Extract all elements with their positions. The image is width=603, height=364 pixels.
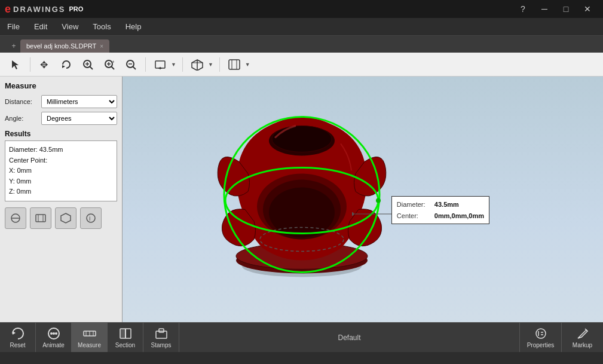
markup-label: Markup — [573, 342, 592, 348]
svg-text:i: i — [89, 215, 90, 222]
angle-row: Angle: Degrees — [5, 112, 117, 125]
svg-point-49 — [50, 332, 53, 335]
measure-tooltip: Diameter: 43.5mm Center: 0mm,0mm,0mm — [391, 196, 489, 224]
tooltip-diameter-value: 43.5mm — [434, 199, 459, 210]
properties-label: Properties — [527, 342, 555, 348]
menu-help[interactable]: Help — [118, 18, 149, 35]
zoom-out-button[interactable] — [121, 55, 140, 74]
new-tab-button[interactable]: + — [7, 39, 20, 53]
measure-panel: Measure Distance: Millimeters Angle: Deg… — [0, 77, 123, 322]
menubar: File Edit View Tools Help — [0, 18, 603, 36]
svg-point-37 — [269, 187, 335, 237]
display-mode-group[interactable]: ▼ — [151, 55, 177, 74]
results-box: Diameter: 43.5mm Center Point: X: 0mm Y:… — [5, 140, 117, 201]
status-bar: Default — [179, 323, 519, 352]
result-line1: Diameter: 43.5mm — [9, 145, 113, 155]
config-arrow[interactable]: ▼ — [244, 62, 252, 68]
tooltip-diameter-label: Diameter: — [397, 199, 430, 210]
section-button[interactable]: Section — [108, 323, 143, 352]
viewport[interactable]: Measure Distance: Millimeters Angle: Deg… — [0, 77, 603, 322]
svg-marker-29 — [61, 213, 71, 223]
tab-label: bevel adj knob.SLDPRT — [26, 42, 96, 50]
panel-icons: i — [5, 207, 117, 229]
svg-point-51 — [55, 332, 57, 335]
titlebar: e DRAWINGS PRO ? ─ □ ✕ — [0, 0, 603, 18]
measure-button[interactable]: Measure — [72, 323, 108, 352]
svg-rect-26 — [36, 215, 45, 222]
display-mode-arrow[interactable]: ▼ — [170, 62, 177, 68]
svg-rect-21 — [229, 60, 240, 69]
panel-icon-4[interactable]: i — [80, 207, 102, 229]
menu-view[interactable]: View — [54, 18, 85, 35]
tooltip-center-row: Center: 0mm,0mm,0mm — [397, 210, 484, 222]
main-area: Measure Distance: Millimeters Angle: Deg… — [0, 77, 603, 352]
menu-edit[interactable]: Edit — [27, 18, 54, 35]
help-button[interactable]: ? — [512, 0, 534, 18]
close-button[interactable]: ✕ — [577, 0, 598, 18]
measure-title: Measure — [5, 81, 117, 90]
svg-rect-58 — [120, 329, 126, 338]
svg-point-46 — [352, 212, 354, 216]
svg-rect-60 — [159, 329, 164, 332]
titlebar-left: e DRAWINGS PRO — [5, 3, 83, 16]
panel-icon-2[interactable] — [30, 207, 51, 229]
svg-line-8 — [111, 66, 114, 69]
tab-bevel-knob[interactable]: bevel adj knob.SLDPRT × — [20, 39, 109, 53]
animate-label: Animate — [42, 342, 65, 348]
svg-marker-0 — [12, 60, 19, 69]
markup-button[interactable]: Markup — [561, 323, 603, 352]
stamps-button[interactable]: Stamps — [143, 323, 179, 352]
minimize-button[interactable]: ─ — [534, 0, 555, 18]
toolbar-separator-4 — [219, 57, 220, 72]
stamps-label: Stamps — [151, 342, 172, 348]
panel-icon-3[interactable] — [55, 207, 76, 229]
pan-tool-button[interactable]: ✥ — [35, 55, 54, 74]
config-group[interactable]: ▼ — [225, 55, 252, 74]
3d-knob — [197, 90, 406, 301]
svg-marker-47 — [13, 331, 16, 335]
select-tool-button[interactable] — [6, 55, 25, 74]
svg-marker-2 — [62, 65, 65, 68]
rotate-tool-button[interactable] — [57, 55, 76, 74]
svg-point-30 — [87, 214, 95, 222]
app-logo: e DRAWINGS PRO — [5, 3, 83, 16]
angle-label: Angle: — [5, 115, 38, 122]
tab-close-button[interactable]: × — [100, 43, 103, 50]
svg-point-44 — [376, 198, 381, 203]
animate-button[interactable]: Animate — [36, 323, 72, 352]
result-line4: Y: 0mm — [9, 176, 113, 187]
svg-line-4 — [90, 66, 93, 69]
reset-button[interactable]: Reset — [0, 323, 36, 352]
zoom-fit-button[interactable] — [78, 55, 97, 74]
distance-row: Distance: Millimeters — [5, 95, 117, 108]
toolbar-separator-1 — [30, 57, 30, 72]
maximize-button[interactable]: □ — [555, 0, 577, 18]
panel-icon-1[interactable] — [5, 207, 26, 229]
result-line5: Z: 0mm — [9, 186, 113, 197]
zoom-in-button[interactable]: + — [100, 55, 119, 74]
titlebar-controls: ? ─ □ ✕ — [512, 0, 598, 18]
svg-text:✥: ✥ — [40, 60, 48, 70]
bottom-toolbar: Reset Animate Measure — [0, 322, 603, 352]
toolbar-separator-2 — [145, 57, 146, 72]
svg-line-13 — [133, 66, 136, 69]
logo-drawings: DRAWINGS — [13, 5, 66, 14]
angle-select[interactable]: Degrees — [41, 112, 117, 125]
result-line3: X: 0mm — [9, 166, 113, 176]
menu-file[interactable]: File — [0, 18, 27, 35]
tooltip-diameter-row: Diameter: 43.5mm — [397, 199, 484, 210]
toolbar: ✥ + ▼ ▼ ▼ — [0, 53, 603, 77]
models-button[interactable] — [188, 55, 207, 74]
tabbar: + bevel adj knob.SLDPRT × — [0, 36, 603, 53]
logo-e-letter: e — [5, 3, 11, 16]
status-text: Default — [338, 334, 360, 342]
config-button[interactable] — [225, 55, 244, 74]
menu-tools[interactable]: Tools — [85, 18, 118, 35]
display-mode-button[interactable] — [151, 55, 170, 74]
svg-point-61 — [536, 329, 546, 338]
models-arrow[interactable]: ▼ — [207, 62, 215, 68]
models-group[interactable]: ▼ — [188, 55, 215, 74]
properties-button[interactable]: Properties — [519, 323, 561, 352]
results-label: Results — [5, 130, 117, 138]
distance-select[interactable]: Millimeters — [41, 95, 117, 108]
